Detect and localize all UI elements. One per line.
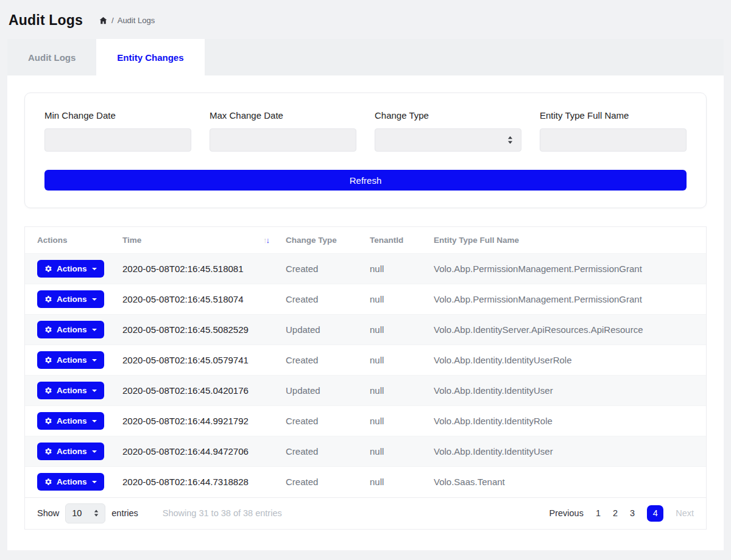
table-header-row: Actions Time ↑↓ Change Type TenantId Ent… [25, 227, 706, 254]
page-button-4[interactable]: 4 [647, 505, 663, 522]
page-size-select[interactable]: 10 [65, 503, 105, 523]
select-updown-icon [94, 509, 99, 517]
caret-down-icon [92, 329, 97, 331]
cell-time: 2020-05-08T02:16:45.0420176 [116, 376, 280, 406]
gear-icon [44, 295, 52, 303]
cell-time: 2020-05-08T02:16:44.9921792 [116, 406, 280, 436]
previous-page-button[interactable]: Previous [549, 508, 584, 518]
max-change-date-label: Max Change Date [210, 110, 356, 121]
field-max-change-date: Max Change Date [210, 110, 356, 152]
tab-entity-changes[interactable]: Entity Changes [96, 39, 204, 75]
change-type-label: Change Type [375, 110, 521, 121]
cell-change-type: Created [280, 284, 364, 315]
show-label: Show [37, 508, 59, 518]
table-card: Actions Time ↑↓ Change Type TenantId Ent… [24, 226, 707, 530]
cell-entity-type-full-name: Volo.Abp.Identity.IdentityUser [428, 376, 706, 406]
cell-time: 2020-05-08T02:16:45.0579741 [116, 345, 280, 376]
caret-down-icon [92, 298, 97, 301]
gear-icon [44, 387, 52, 394]
column-header-tenant-id: TenantId [364, 227, 428, 254]
row-actions-button[interactable]: Actions [37, 473, 104, 491]
page-button-2[interactable]: 2 [613, 508, 618, 518]
cell-change-type: Updated [280, 376, 364, 406]
change-type-select[interactable] [375, 128, 521, 152]
caret-down-icon [92, 390, 97, 392]
max-change-date-input[interactable] [210, 128, 356, 152]
table-row: Actions2020-05-08T02:16:44.9472706Create… [25, 436, 706, 467]
cell-change-type: Updated [280, 315, 364, 345]
caret-down-icon [92, 359, 97, 362]
refresh-button[interactable]: Refresh [44, 170, 687, 191]
cell-change-type: Created [280, 345, 364, 376]
cell-change-type: Created [280, 406, 364, 436]
cell-tenant-id: null [364, 284, 428, 315]
cell-tenant-id: null [364, 254, 428, 284]
breadcrumb-current: Audit Logs [118, 16, 155, 25]
tab-audit-logs[interactable]: Audit Logs [7, 39, 96, 75]
breadcrumb: / Audit Logs [99, 16, 155, 25]
cell-tenant-id: null [364, 406, 428, 436]
cell-entity-type-full-name: Volo.Abp.Identity.IdentityUser [428, 436, 706, 467]
min-change-date-label: Min Change Date [44, 110, 191, 121]
cell-entity-type-full-name: Volo.Abp.IdentityServer.ApiResources.Api… [428, 315, 706, 345]
gear-icon [44, 417, 52, 425]
row-actions-button[interactable]: Actions [37, 412, 104, 430]
gear-icon [44, 265, 52, 273]
entity-type-full-name-input[interactable] [540, 128, 687, 152]
page-button-3[interactable]: 3 [630, 508, 635, 518]
cell-tenant-id: null [364, 315, 428, 345]
showing-entries-text: Showing 31 to 38 of 38 entries [163, 508, 282, 518]
row-actions-button[interactable]: Actions [37, 443, 104, 460]
page-button-1[interactable]: 1 [596, 508, 601, 518]
pagination: Previous 1234 Next [549, 505, 694, 522]
column-header-entity-type: Entity Type Full Name [428, 227, 706, 254]
caret-down-icon [92, 450, 97, 453]
table-footer: Show 10 entries Showing 31 to 38 of 38 e… [25, 497, 706, 529]
row-actions-button[interactable]: Actions [37, 321, 104, 338]
cell-entity-type-full-name: Volo.Abp.PermissionManagement.Permission… [428, 254, 706, 284]
table-row: Actions2020-05-08T02:16:45.518081Created… [25, 254, 706, 284]
cell-tenant-id: null [364, 345, 428, 376]
breadcrumb-home[interactable] [99, 16, 108, 25]
cell-change-type: Created [280, 254, 364, 284]
home-icon [99, 16, 108, 25]
main-panel: Min Change Date Max Change Date Change T… [7, 75, 724, 550]
tab-strip: Audit Logs Entity Changes [7, 39, 724, 75]
gear-icon [44, 447, 52, 455]
table-row: Actions2020-05-08T02:16:45.0420176Update… [25, 376, 706, 406]
row-actions-button[interactable]: Actions [37, 351, 104, 369]
entity-changes-table: Actions Time ↑↓ Change Type TenantId Ent… [25, 227, 706, 497]
gear-icon [44, 478, 52, 486]
gear-icon [44, 356, 52, 364]
cell-tenant-id: null [364, 467, 428, 497]
cell-tenant-id: null [364, 436, 428, 467]
breadcrumb-separator: / [111, 16, 114, 25]
cell-entity-type-full-name: Volo.Abp.PermissionManagement.Permission… [428, 284, 706, 315]
entity-type-full-name-label: Entity Type Full Name [540, 110, 687, 121]
table-body: Actions2020-05-08T02:16:45.518081Created… [25, 254, 706, 497]
sort-icon[interactable]: ↑↓ [263, 236, 269, 245]
page-header: Audit Logs / Audit Logs [0, 0, 731, 39]
column-header-actions: Actions [25, 227, 116, 254]
cell-entity-type-full-name: Volo.Saas.Tenant [428, 467, 706, 497]
cell-entity-type-full-name: Volo.Abp.Identity.IdentityUserRole [428, 345, 706, 376]
row-actions-button[interactable]: Actions [37, 260, 104, 278]
min-change-date-input[interactable] [44, 128, 191, 152]
cell-tenant-id: null [364, 376, 428, 406]
column-header-time[interactable]: Time ↑↓ [116, 227, 280, 254]
pagination-pages: 1234 [596, 505, 663, 522]
row-actions-button[interactable]: Actions [37, 382, 104, 399]
cell-change-type: Created [280, 467, 364, 497]
table-row: Actions2020-05-08T02:16:44.7318828Create… [25, 467, 706, 497]
field-change-type: Change Type [375, 110, 521, 152]
entries-label: entries [111, 508, 138, 518]
cell-time: 2020-05-08T02:16:45.518074 [116, 284, 280, 315]
table-row: Actions2020-05-08T02:16:45.518074Created… [25, 284, 706, 315]
row-actions-button[interactable]: Actions [37, 290, 104, 308]
cell-change-type: Created [280, 436, 364, 467]
filter-card: Min Change Date Max Change Date Change T… [24, 93, 707, 208]
page-title: Audit Logs [9, 12, 83, 29]
table-row: Actions2020-05-08T02:16:44.9921792Create… [25, 406, 706, 436]
next-page-button[interactable]: Next [676, 508, 694, 518]
field-entity-type-full-name: Entity Type Full Name [540, 110, 687, 152]
